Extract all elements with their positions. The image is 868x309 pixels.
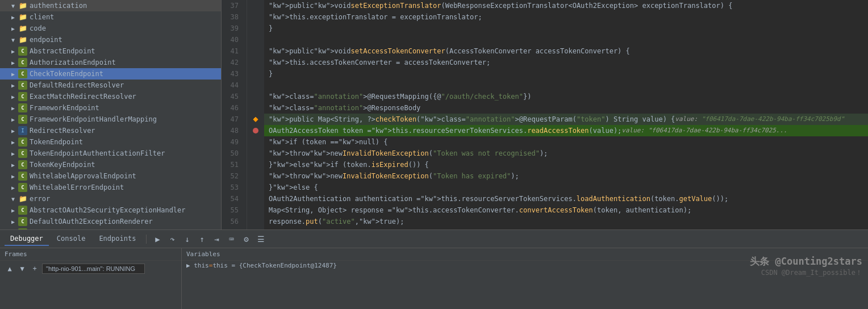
- sidebar-item-CheckTokenEndpoint[interactable]: ▶CCheckTokenEndpoint: [0, 68, 221, 80]
- sidebar-item-RedirectResolver[interactable]: ▶IRedirectResolver: [0, 125, 221, 136]
- sidebar-item-AuthorizationEndpoint[interactable]: ▶CAuthorizationEndpoint: [0, 57, 221, 68]
- sidebar-item-TokenEndpointAuthenticationFilter[interactable]: ▶CTokenEndpointAuthenticationFilter: [0, 148, 221, 159]
- tab-debugger[interactable]: Debugger: [5, 232, 49, 246]
- line-number: 44: [222, 80, 242, 91]
- debug-evaluate-btn[interactable]: ⌨: [225, 233, 237, 245]
- tree-icon: C: [18, 172, 27, 181]
- tree-label: TokenEndpointAuthenticationFilter: [30, 149, 165, 157]
- debug-step-into-btn[interactable]: ↓: [181, 233, 193, 245]
- debug-step-out-btn[interactable]: ↑: [195, 233, 208, 245]
- sidebar-item-endpoint[interactable]: ▼📁endpoint: [0, 34, 221, 45]
- code-line: response.put("active", "kw">true);: [264, 216, 868, 227]
- tree-label: WhitelabelErrorEndpoint: [30, 183, 124, 191]
- debug-resume-btn[interactable]: ▶: [151, 233, 164, 245]
- tree-icon: C: [18, 103, 27, 112]
- variables-header: Variables: [182, 248, 868, 261]
- tree-arrow-icon: ▶: [11, 71, 18, 77]
- tree-label: CheckTokenEndpoint: [30, 70, 103, 78]
- sidebar-item-DefaultOAuth2ExceptionRenderer[interactable]: ▶CDefaultOAuth2ExceptionRenderer: [0, 216, 221, 227]
- tree-icon: 📁: [18, 1, 27, 10]
- tree-icon: 📁: [18, 24, 27, 33]
- tab-console[interactable]: Console: [51, 232, 91, 246]
- debug-toolbar: Debugger Console Endpoints ▶ ↷ ↓ ↑ ⇥ ⌨ ⚙…: [0, 230, 868, 248]
- sidebar-item-FrameworkEndpointHandlerMapping[interactable]: ▶CFrameworkEndpointHandlerMapping: [0, 114, 221, 125]
- code-line: }: [264, 23, 868, 34]
- tree-icon: 📁: [18, 194, 27, 203]
- gutter-row: [247, 68, 264, 80]
- debug-marker-icon: 🔶: [253, 117, 258, 122]
- line-number: 40: [222, 34, 242, 45]
- debug-settings-btn[interactable]: ⚙: [240, 233, 252, 245]
- sidebar-item-WhitelabelErrorEndpoint[interactable]: ▶CWhitelabelErrorEndpoint: [0, 182, 221, 193]
- nav-down-btn[interactable]: ▼: [17, 264, 27, 274]
- sidebar-item-WhitelabelApprovalEndpoint[interactable]: ▶CWhitelabelApprovalEndpoint: [0, 170, 221, 182]
- gutter-row: [247, 125, 264, 136]
- tree-label: AuthorizationEndpoint: [30, 59, 116, 66]
- line-number: 47: [222, 114, 242, 125]
- sidebar-item-error[interactable]: ▼📁error: [0, 193, 221, 204]
- gutter-row: [247, 57, 264, 68]
- nav-up-btn[interactable]: ▲: [5, 264, 15, 274]
- gutter-row: [247, 204, 264, 216]
- sidebar-item-code[interactable]: ▶📁code: [0, 23, 221, 34]
- this-expand-btn[interactable]: ▶ this = this = {CheckTokenEndpoint@1248…: [182, 261, 868, 270]
- line-number: 50: [222, 148, 242, 159]
- tree-arrow-icon: ▼: [11, 3, 18, 9]
- sidebar-item-TokenEndpoint[interactable]: ▶CTokenEndpoint: [0, 136, 221, 148]
- code-line: Map<String, Object> response = "kw">this…: [264, 204, 868, 216]
- thread-select[interactable]: "http-nio-901...main": RUNNING: [42, 264, 145, 274]
- tree-icon: C: [18, 47, 27, 56]
- nav-add-btn[interactable]: +: [30, 264, 40, 274]
- gutter-row: [247, 91, 264, 102]
- line-number: 43: [222, 68, 242, 80]
- line-number: 38: [222, 11, 242, 23]
- tree-arrow-icon: ▶: [11, 105, 18, 111]
- line-number: 56: [222, 216, 242, 227]
- line-numbers: 3738394041424344454647484950515253545556: [222, 0, 247, 229]
- code-content: 3738394041424344454647484950515253545556…: [222, 0, 868, 229]
- tree-arrow-icon: ▼: [11, 37, 18, 43]
- sidebar-item-AbstractEndpoint[interactable]: ▶CAbstractEndpoint: [0, 45, 221, 57]
- sidebar-item-TokenKeyEndpoint[interactable]: ▶CTokenKeyEndpoint: [0, 159, 221, 170]
- line-number: 51: [222, 159, 242, 170]
- tree-arrow-icon: ▶: [11, 219, 18, 225]
- debug-step-over-btn[interactable]: ↷: [166, 233, 178, 245]
- line-number: 42: [222, 57, 242, 68]
- sidebar-item-authentication[interactable]: ▼📁authentication: [0, 0, 221, 11]
- tree-label: endpoint: [30, 36, 62, 44]
- line-number: 49: [222, 136, 242, 148]
- code-line: "kw">public "kw">void setExceptionTransl…: [264, 0, 868, 11]
- line-number: 46: [222, 102, 242, 114]
- tree-icon: C: [18, 206, 27, 215]
- breakpoint-icon[interactable]: [253, 128, 258, 133]
- debug-more-btn[interactable]: ☰: [254, 233, 267, 245]
- tab-endpoints[interactable]: Endpoints: [93, 232, 141, 246]
- sidebar-item-DefaultRedirectResolver[interactable]: ▶CDefaultRedirectResolver: [0, 80, 221, 91]
- sidebar-item-client[interactable]: ▶📁client: [0, 11, 221, 23]
- code-line: } "kw">else {: [264, 182, 868, 193]
- this-value: this = {CheckTokenEndpoint@12487}: [212, 262, 337, 269]
- sidebar-item-ExactMatchRedirectResolver[interactable]: ▶CExactMatchRedirectResolver: [0, 91, 221, 102]
- debug-run-to-cursor-btn[interactable]: ⇥: [210, 233, 223, 245]
- tree-arrow-icon: ▼: [11, 196, 18, 202]
- gutter-row: [247, 0, 264, 11]
- tree-arrow-icon: ▶: [11, 60, 18, 66]
- tree-label: AbstractOAuth2SecurityExceptionHandler: [30, 206, 186, 214]
- sidebar-item-FrameworkEndpoint[interactable]: ▶CFrameworkEndpoint: [0, 102, 221, 114]
- code-editor: 3738394041424344454647484950515253545556…: [222, 0, 868, 229]
- line-number: 48: [222, 125, 242, 136]
- sidebar-item-AbstractOAuth2SecurityExceptionHandler[interactable]: ▶CAbstractOAuth2SecurityExceptionHandler: [0, 204, 221, 216]
- tree-arrow-icon: ▶: [11, 26, 18, 32]
- line-number: 45: [222, 91, 242, 102]
- sidebar: ▼📁authentication▶📁client▶📁code▼📁endpoint…: [0, 0, 222, 229]
- this-eq: =: [209, 262, 213, 269]
- tree-arrow-icon: ▶: [11, 14, 18, 20]
- gutter-row: [247, 23, 264, 34]
- tree-icon: C: [18, 137, 27, 147]
- tree-label: WhitelabelApprovalEndpoint: [30, 172, 136, 180]
- main-container: ▼📁authentication▶📁client▶📁code▼📁endpoint…: [0, 0, 868, 309]
- code-line: OAuth2Authentication authentication = "k…: [264, 193, 868, 204]
- code-line: "kw">this.accessTokenConverter = accessT…: [264, 57, 868, 68]
- tree-arrow-icon: ▶: [11, 151, 18, 157]
- tree-label: client: [30, 13, 54, 21]
